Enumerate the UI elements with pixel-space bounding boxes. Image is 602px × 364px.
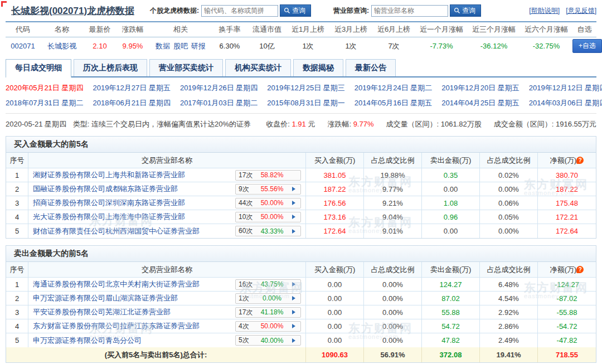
stock-code-link[interactable]: 002071 xyxy=(11,42,35,50)
times-listed: 17次 xyxy=(239,308,258,317)
tab-item[interactable]: 历次上榜后表现 xyxy=(74,59,147,76)
chg-label: 涨跌幅: xyxy=(327,120,351,128)
date-link[interactable]: 2019年12月12日 星期四 xyxy=(529,83,602,93)
date-row-2: 2018年07月31日 星期二2018年06月21日 星期四2017年01月03… xyxy=(6,97,596,109)
sell-ratio: 2.49% xyxy=(480,333,538,347)
branch-stats-badge[interactable]: 17次 41.18% xyxy=(235,307,301,318)
net-amount: 175.48 xyxy=(538,196,596,210)
branch-stats-badge[interactable]: 4次 50.00% xyxy=(235,321,301,332)
branch-stats-badge[interactable]: 9次 55.56% xyxy=(235,184,301,195)
date-link[interactable]: 2014年03月06日 星期四 xyxy=(529,98,602,108)
badge-expand-icon[interactable] xyxy=(290,171,298,179)
stock-search-input[interactable] xyxy=(201,5,278,17)
branch-name-link[interactable]: 光大证券股份有限公司上海淮海中路证券营业部 xyxy=(33,212,185,222)
branch-name-link[interactable]: 申万宏源证券有限公司青岛分公司 xyxy=(33,336,142,346)
branch-name-link[interactable]: 平安证券股份有限公司芜湖江北证券营业部 xyxy=(33,307,171,317)
stock-info-header-cell: 涨跌幅 xyxy=(116,25,149,35)
last-price: 2.10 xyxy=(84,42,116,50)
tab-item[interactable]: 每日成交明细 xyxy=(6,59,71,77)
branch-stats-badge[interactable]: 16次 43.75% xyxy=(235,279,301,290)
date-link[interactable]: 2017年01月03日 星期二 xyxy=(180,98,258,108)
stock-info-header-cell: 近一个月涨幅 xyxy=(415,25,468,35)
divider xyxy=(6,113,596,114)
row-number: 1 xyxy=(6,168,28,182)
change-6m: -32.75% xyxy=(520,42,572,50)
tab-item[interactable]: 最新公告 xyxy=(346,59,396,76)
branch-stats-badge[interactable]: 1次 0.00% xyxy=(235,293,301,304)
badge-expand-icon[interactable] xyxy=(290,185,298,193)
badge-expand-icon[interactable] xyxy=(290,308,298,316)
badge-expand-icon[interactable] xyxy=(290,213,298,221)
day-summary: 2020-05-21 星期四 类型: 连续三个交易日内，涨幅偏离值累计达20%的… xyxy=(6,119,596,129)
help-link[interactable]: [帮助说明] xyxy=(529,7,560,14)
branch-search-button[interactable]: 查询 xyxy=(450,4,481,17)
feedback-link[interactable]: [意见反馈] xyxy=(566,7,596,14)
date-link[interactable]: 2018年06月21日 星期四 xyxy=(93,98,170,108)
date-link[interactable]: 2014年04月25日 星期五 xyxy=(441,98,519,108)
branch-name-link[interactable]: 湘财证券股份有限公司上海共和新路证券营业部 xyxy=(33,170,185,180)
sell-amount: 0.00 xyxy=(422,224,480,238)
date-link[interactable]: 2014年05月16日 星期五 xyxy=(355,98,432,108)
stock-search-button[interactable]: 查询 xyxy=(280,4,311,17)
date-link[interactable]: 2019年12月25日 星期三 xyxy=(267,83,344,93)
add-watchlist-button[interactable]: +自选 xyxy=(572,39,602,53)
stock-name-link[interactable]: 长城影视 xyxy=(47,42,76,50)
branch-stats-badge[interactable]: 44次 50.00% xyxy=(235,198,301,208)
branch-name-link[interactable]: 财信证券有限责任公司杭州西湖国贸中心证券营业部 xyxy=(33,226,200,236)
sell-amount: 0.00 xyxy=(422,182,480,196)
badge-expand-icon[interactable] xyxy=(290,227,298,235)
branch-stats-badge[interactable]: 17次 58.82% xyxy=(235,170,301,181)
badge-expand-icon[interactable] xyxy=(290,280,298,288)
stock-info-header-cell: 流通市值 xyxy=(247,25,287,35)
net-amount: -87.02 xyxy=(538,292,596,305)
badge-expand-icon[interactable] xyxy=(290,294,298,302)
date-link[interactable]: 2015年08月31日 星期一 xyxy=(267,98,344,108)
stock-info-header-row: 代码名称最新价涨跌幅相关换手率流通市值近1月上榜近3月上榜近6月上榜近一个月涨幅… xyxy=(6,22,596,37)
branch-name-link[interactable]: 海通证券股份有限公司北京中关村南大街证券营业部 xyxy=(33,279,200,289)
times-listed: 16次 xyxy=(239,280,258,289)
branch-name-link[interactable]: 国融证券股份有限公司成都锦东路证券营业部 xyxy=(33,184,178,194)
date-link[interactable]: 2019年12月26日 星期四 xyxy=(180,83,258,93)
date-link[interactable]: 2019年12月27日 星期五 xyxy=(93,83,170,93)
table-row: 3 招商证券股份有限公司深圳深南东路证券营业部 44次 50.00% 176.5… xyxy=(6,196,596,210)
float-market-cap: 10亿 xyxy=(247,41,287,51)
tab-item[interactable]: 数据揭秘 xyxy=(293,59,343,76)
related-link[interactable]: 研报 xyxy=(191,42,206,50)
branch-stats-badge[interactable]: 10次 50.00% xyxy=(235,212,301,222)
sell-ratio: 2.86% xyxy=(480,319,538,333)
branch-name-link[interactable]: 申万宏源证券有限公司眉山湖滨路证券营业部 xyxy=(33,293,178,303)
net-amount: 172.21 xyxy=(538,210,596,224)
branch-name-link[interactable]: 招商证券股份有限公司深圳深南东路证券营业部 xyxy=(33,198,185,208)
tab-bar: 每日成交明细历次上榜后表现营业部买卖统计机构买卖统计数据揭秘最新公告 xyxy=(6,59,596,77)
date-link[interactable]: 2019年12月20日 星期五 xyxy=(441,83,519,93)
badge-expand-icon[interactable] xyxy=(290,337,298,344)
times-listed: 60次 xyxy=(239,226,258,236)
tab-item[interactable]: 营业部买卖统计 xyxy=(149,59,223,76)
branch-stats-badge[interactable]: 60次 43.33% xyxy=(235,226,301,236)
branch-search-group: 营业部查询: 查询 xyxy=(333,4,481,17)
branch-stats-badge[interactable]: 5次 40.00% xyxy=(235,335,301,346)
buy-top5-section: 买入金额最大的前5名 序号 交易营业部名称 买入金额(万) 占总成交比例 卖出金… xyxy=(6,136,596,239)
win-rate: 55.56% xyxy=(258,185,287,193)
net-amount: 187.22 xyxy=(538,182,596,196)
badge-expand-icon[interactable] xyxy=(290,199,298,207)
total-net: 718.55 xyxy=(538,347,596,362)
badge-expand-icon[interactable] xyxy=(290,322,298,330)
branch-name-link[interactable]: 东方财富证券股份有限公司拉萨江苏东路证券营业部 xyxy=(33,321,200,331)
date-link[interactable]: 2020年05月21日 星期四 xyxy=(6,83,83,93)
col-header: 买入金额(万) xyxy=(306,153,364,168)
change-1m: -7.73% xyxy=(415,42,468,50)
date-link[interactable]: 2018年07月31日 星期二 xyxy=(6,98,83,108)
related-link[interactable]: 数据 xyxy=(156,42,170,50)
times-listed: 44次 xyxy=(239,198,258,208)
net-help-icon[interactable]: ? xyxy=(576,157,584,164)
related-link[interactable]: 股吧 xyxy=(173,42,188,50)
tab-item[interactable]: 机构买卖统计 xyxy=(225,59,291,76)
page-title[interactable]: 长城影视(002071)龙虎榜数据 xyxy=(11,4,134,17)
net-help-icon[interactable]: ? xyxy=(576,266,584,273)
win-rate: 50.00% xyxy=(258,199,287,207)
date-link[interactable]: 2019年12月24日 星期二 xyxy=(355,83,432,93)
branch-search-input[interactable] xyxy=(371,5,448,17)
win-rate: 43.75% xyxy=(258,280,287,288)
win-rate: 50.00% xyxy=(258,322,287,330)
